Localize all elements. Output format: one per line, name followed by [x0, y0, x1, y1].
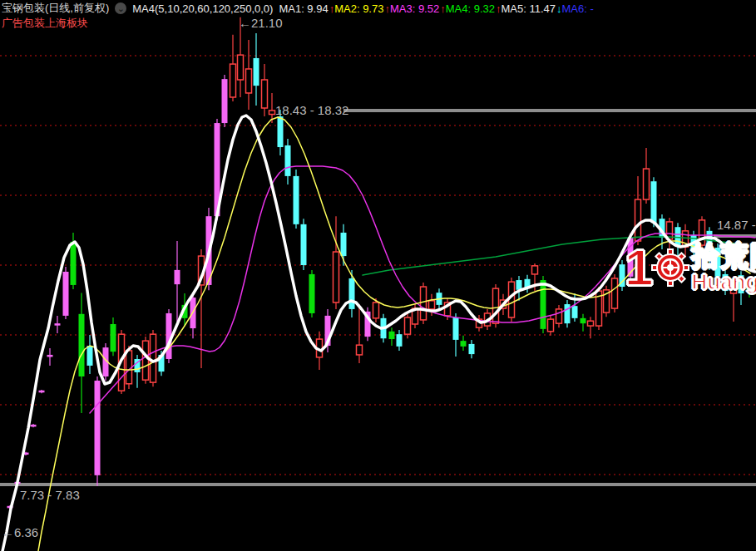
candle	[269, 111, 275, 115]
candle	[429, 301, 435, 309]
candle	[612, 278, 618, 308]
candle	[285, 145, 291, 176]
indicator-label[interactable]: MA4(5,10,20,60,120,250,0,0)	[132, 2, 273, 15]
candle	[556, 309, 562, 323]
watermark-number: 1	[625, 243, 651, 293]
ma-value[interactable]: MA5: 11.47↓	[501, 2, 561, 15]
price-annotation: 14.87 -	[717, 218, 756, 232]
candle	[79, 314, 85, 376]
chart-window: ←21.1018.43 - 18.3214.87 -7.73 - 7.83←6.…	[0, 0, 756, 551]
candle	[493, 288, 499, 323]
price-annotation: ←6.36	[2, 525, 38, 539]
candle	[469, 344, 475, 354]
candle	[357, 345, 363, 355]
candle	[294, 176, 299, 224]
candle	[111, 324, 116, 352]
chevron-down-icon[interactable]: ⌄	[115, 2, 126, 14]
candle	[341, 233, 347, 256]
candle	[175, 270, 180, 284]
candle	[238, 55, 244, 80]
candle	[461, 341, 467, 347]
candle	[548, 319, 554, 332]
price-annotation: 7.73 - 7.83	[20, 488, 80, 502]
ma-value[interactable]: MA2: 9.73↑	[334, 2, 390, 15]
candle	[151, 334, 156, 382]
sector-label[interactable]: 广告包装上海板块	[2, 16, 88, 31]
price-annotation: ←21.10	[239, 16, 283, 30]
chart-header: 宝钢包装(日线,前复权) ⌄ MA4(5,10,20,60,120,250,0,…	[2, 1, 594, 16]
candle	[373, 303, 379, 318]
price-annotation: 18.43 - 18.32	[275, 103, 348, 117]
candle	[71, 242, 77, 285]
candle	[581, 318, 586, 323]
candle	[39, 391, 45, 393]
candle	[572, 306, 578, 318]
gear-icon	[651, 248, 689, 287]
candle	[262, 80, 268, 108]
candle	[541, 280, 546, 329]
candle	[63, 272, 69, 316]
candle	[405, 317, 411, 334]
candle	[143, 341, 149, 380]
candle	[588, 321, 594, 326]
ma-values: MA1: 9.94↑MA2: 9.73↑MA3: 9.52↑MA4: 9.32↑…	[279, 2, 593, 15]
candle	[565, 304, 571, 323]
candle	[532, 266, 538, 274]
symbol-title: 宝钢包装(日线,前复权)	[2, 1, 109, 16]
candle	[334, 252, 339, 303]
candle	[301, 224, 307, 265]
candle	[222, 79, 228, 123]
candle	[87, 346, 93, 366]
candle	[397, 334, 403, 347]
candle	[421, 287, 427, 320]
candle	[230, 64, 236, 97]
candle	[389, 332, 395, 339]
candle	[651, 181, 657, 223]
candle	[644, 169, 650, 199]
watermark-site-name: 拾荒网	[691, 242, 756, 270]
candle	[246, 69, 252, 93]
candle	[254, 58, 259, 86]
ma-value[interactable]: MA4: 9.32↑	[446, 2, 502, 15]
candle	[55, 323, 61, 326]
ma-value[interactable]: MA1: 9.94↑	[279, 2, 334, 15]
candle	[31, 425, 37, 427]
ma-value[interactable]: MA3: 9.52↑	[390, 2, 446, 15]
candle	[278, 116, 284, 147]
candle	[47, 355, 53, 357]
ma-value[interactable]: MA6: -	[562, 2, 594, 15]
candle	[309, 274, 315, 313]
candle	[95, 381, 101, 475]
candle	[349, 278, 355, 309]
watermark-site-domain: Huang.CN	[691, 270, 756, 293]
candle	[635, 199, 641, 241]
watermark: 1 拾荒网 Huang.CN	[625, 242, 756, 293]
candle	[453, 317, 459, 340]
